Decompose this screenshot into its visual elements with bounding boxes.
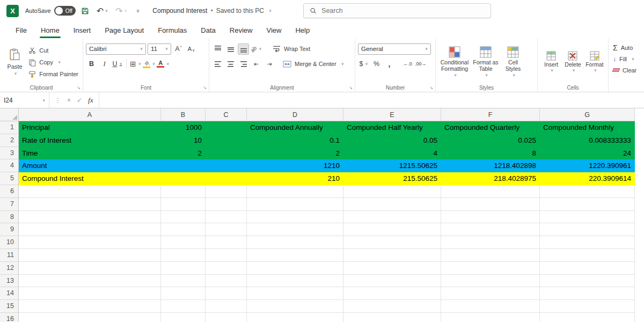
cell-C4[interactable] [206,159,247,172]
cell-A3[interactable]: Time [19,147,161,160]
font-family-select[interactable]: Calibri ∨ [86,43,146,55]
cell-A13[interactable] [19,275,161,288]
column-header-E[interactable]: E [343,108,441,121]
percent-button[interactable]: % [371,58,382,70]
middle-align-button[interactable] [225,43,236,55]
cell-A9[interactable] [19,223,161,236]
cell-F6[interactable] [441,185,540,198]
autosave-toggle[interactable]: Off [54,6,76,16]
document-title-area[interactable]: Compound Interest • Saved to this PC ∨ [152,7,272,14]
wrap-text-button[interactable]: Wrap Text [271,43,312,55]
cell-C15[interactable] [206,300,247,313]
cell-D4[interactable]: 1210 [247,159,343,172]
cell-A14[interactable] [19,287,161,300]
number-dialog-launcher[interactable]: ↘ [429,85,433,90]
cell-B4[interactable] [161,159,206,172]
row-header-4[interactable]: 4 [0,159,19,172]
cell-B3[interactable]: 2 [161,147,206,160]
cell-D9[interactable] [247,223,343,236]
cell-E13[interactable] [343,275,441,288]
cell-F2[interactable]: 0.025 [441,134,540,147]
cell-A7[interactable] [19,198,161,211]
cell-A2[interactable]: Rate of Interest [19,134,161,147]
cell-A6[interactable] [19,185,161,198]
name-box[interactable]: I24 ∨ [0,92,49,108]
cell-A10[interactable] [19,236,161,249]
cell-D11[interactable] [247,249,343,262]
column-header-C[interactable]: C [206,108,247,121]
cell-G10[interactable] [540,236,635,249]
cell-F15[interactable] [441,300,540,313]
number-format-select[interactable]: General ∨ [358,43,431,55]
cell-G15[interactable] [540,300,635,313]
row-header-7[interactable]: 7 [0,198,19,211]
cell-E11[interactable] [343,249,441,262]
redo-button[interactable]: ↷∨ [115,6,127,16]
format-as-table-button[interactable]: Format as Table ∨ [471,42,501,82]
cell-C11[interactable] [206,249,247,262]
copy-button[interactable]: Copy ∨ [27,57,80,68]
decrease-font-size-button[interactable]: A∨ [186,43,197,55]
cell-A11[interactable] [19,249,161,262]
cell-E14[interactable] [343,287,441,300]
cell-G8[interactable] [540,211,635,224]
cell-G6[interactable] [540,185,635,198]
cell-B14[interactable] [161,287,206,300]
cell-C1[interactable] [206,121,247,134]
cell-A8[interactable] [19,211,161,224]
increase-font-size-button[interactable]: A^ [173,43,184,55]
cell-F1[interactable]: Compounded Quarterly [441,121,540,134]
select-all-corner[interactable] [0,108,19,121]
bold-button[interactable]: B [86,58,97,70]
format-painter-button[interactable]: Format Painter [27,69,80,80]
bottom-align-button[interactable] [238,43,249,55]
cell-E10[interactable] [343,236,441,249]
decrease-indent-button[interactable]: ⇤ [251,58,262,70]
tab-data[interactable]: Data [194,23,222,38]
cell-C3[interactable] [206,147,247,160]
row-header-8[interactable]: 8 [0,211,19,224]
cell-D13[interactable] [247,275,343,288]
fill-color-button[interactable]: ∨ [143,58,155,70]
search-box[interactable] [303,3,491,18]
cell-E9[interactable] [343,223,441,236]
cell-D14[interactable] [247,287,343,300]
cell-A12[interactable] [19,262,161,275]
cell-E1[interactable]: Compunded Half Yearly [343,121,441,134]
cell-E6[interactable] [343,185,441,198]
conditional-formatting-button[interactable]: Conditional Formatting ∨ [438,42,471,82]
row-header-11[interactable]: 11 [0,249,19,262]
cell-B6[interactable] [161,185,206,198]
clear-button[interactable]: Clear [611,64,641,76]
cell-G9[interactable] [540,223,635,236]
cell-E5[interactable]: 215.50625 [343,172,441,185]
cell-E16[interactable] [343,313,441,322]
cell-B11[interactable] [161,249,206,262]
cell-E8[interactable] [343,211,441,224]
orientation-button[interactable]: ab∨ [251,43,262,55]
tab-page-layout[interactable]: Page Layout [98,23,151,38]
cell-C2[interactable] [206,134,247,147]
cell-F7[interactable] [441,198,540,211]
cell-B13[interactable] [161,275,206,288]
top-align-button[interactable] [212,43,223,55]
cell-C8[interactable] [206,211,247,224]
cell-G16[interactable] [540,313,635,322]
cell-D2[interactable]: 0.1 [247,134,343,147]
cell-C13[interactable] [206,275,247,288]
merge-center-button[interactable]: Merge & Center ∨ [281,58,346,70]
cell-D15[interactable] [247,300,343,313]
cell-A1[interactable]: Principal [19,121,161,134]
cell-C16[interactable] [206,313,247,322]
paste-button[interactable]: Paste ∨ [3,42,27,82]
cell-F10[interactable] [441,236,540,249]
cell-B9[interactable] [161,223,206,236]
cell-B15[interactable] [161,300,206,313]
row-header-2[interactable]: 2 [0,134,19,147]
cell-F16[interactable] [441,313,540,322]
align-left-button[interactable] [212,58,223,70]
row-header-9[interactable]: 9 [0,223,19,236]
cell-G2[interactable]: 0.008333333 [540,134,635,147]
undo-button[interactable]: ↶∨ [97,6,108,16]
cell-D7[interactable] [247,198,343,211]
